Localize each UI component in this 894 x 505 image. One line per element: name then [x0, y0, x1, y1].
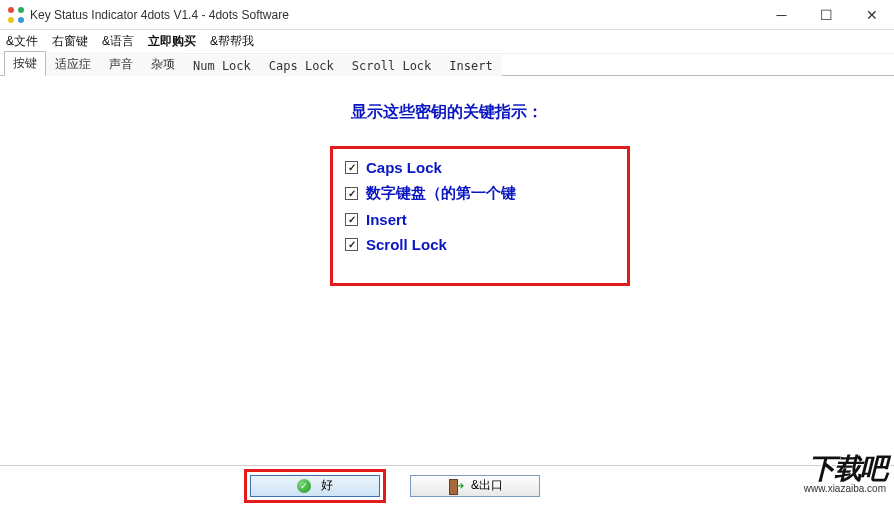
checkbox-label: Scroll Lock	[366, 236, 447, 253]
checkbox-label: 数字键盘（的第一个键	[366, 184, 516, 203]
checkbox-scrolllock[interactable]: ✓ Scroll Lock	[345, 236, 615, 253]
menu-help[interactable]: &帮帮我	[210, 33, 254, 50]
ok-button[interactable]: ✓ 好	[250, 475, 380, 497]
exit-button-label: &出口	[471, 477, 503, 494]
checkbox-capslock[interactable]: ✓ Caps Lock	[345, 159, 615, 176]
tab-insert[interactable]: Insert	[440, 55, 501, 76]
door-exit-icon	[447, 479, 461, 493]
close-button[interactable]: ✕	[849, 0, 894, 30]
maximize-button[interactable]: ☐	[804, 0, 849, 30]
tab-keys[interactable]: 按键	[4, 51, 46, 76]
checkbox-numpad[interactable]: ✓ 数字键盘（的第一个键	[345, 184, 615, 203]
checkbox-icon: ✓	[345, 238, 358, 251]
menubar: &文件 右窗键 &语言 立即购买 &帮帮我	[0, 30, 894, 54]
exit-button[interactable]: &出口	[410, 475, 540, 497]
check-icon: ✓	[297, 479, 311, 493]
tab-indications[interactable]: 适应症	[46, 52, 100, 76]
button-bar: ✓ 好 &出口	[0, 465, 894, 505]
minimize-button[interactable]: ─	[759, 0, 804, 30]
menu-right-window[interactable]: 右窗键	[52, 33, 88, 50]
checkbox-insert[interactable]: ✓ Insert	[345, 211, 615, 228]
checkbox-label: Caps Lock	[366, 159, 442, 176]
window-controls: ─ ☐ ✕	[759, 0, 894, 30]
menu-file[interactable]: &文件	[6, 33, 38, 50]
menu-buy-now[interactable]: 立即购买	[148, 33, 196, 50]
checkbox-icon: ✓	[345, 213, 358, 226]
tab-misc[interactable]: 杂项	[142, 52, 184, 76]
checkbox-icon: ✓	[345, 187, 358, 200]
tab-sound[interactable]: 声音	[100, 52, 142, 76]
app-icon	[8, 7, 24, 23]
checkbox-label: Insert	[366, 211, 407, 228]
tab-capslock[interactable]: Caps Lock	[260, 55, 343, 76]
tab-content: 显示这些密钥的关键指示： ✓ Caps Lock ✓ 数字键盘（的第一个键 ✓ …	[0, 76, 894, 461]
window-title: Key Status Indicator 4dots V1.4 - 4dots …	[30, 8, 289, 22]
tab-numlock[interactable]: Num Lock	[184, 55, 260, 76]
content-heading: 显示这些密钥的关键指示：	[351, 102, 543, 123]
menu-language[interactable]: &语言	[102, 33, 134, 50]
tab-scrolllock[interactable]: Scroll Lock	[343, 55, 440, 76]
titlebar: Key Status Indicator 4dots V1.4 - 4dots …	[0, 0, 894, 30]
ok-button-highlight: ✓ 好	[244, 469, 386, 503]
tab-bar: 按键 适应症 声音 杂项 Num Lock Caps Lock Scroll L…	[0, 54, 894, 76]
checkbox-group-highlight: ✓ Caps Lock ✓ 数字键盘（的第一个键 ✓ Insert ✓ Scro…	[330, 146, 630, 286]
ok-button-label: 好	[321, 477, 333, 494]
checkbox-icon: ✓	[345, 161, 358, 174]
